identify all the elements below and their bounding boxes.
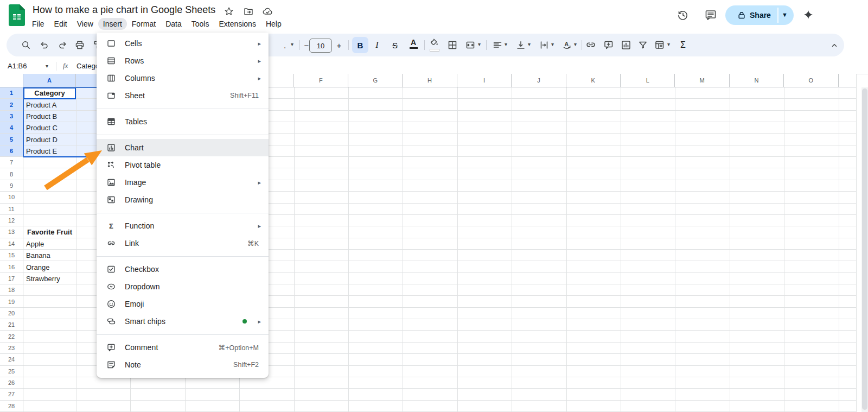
- row-header-1[interactable]: 1: [0, 87, 23, 99]
- share-dropdown-caret[interactable]: ▼: [782, 11, 788, 18]
- menu-item-drawing[interactable]: Drawing: [97, 191, 269, 208]
- cloud-saved-icon[interactable]: [262, 6, 273, 17]
- menu-item-columns[interactable]: Columns▸: [97, 69, 269, 87]
- cell-A13[interactable]: Favorite Fruit: [23, 226, 76, 238]
- strikethrough-button[interactable]: S: [389, 39, 401, 51]
- row-header-10[interactable]: 10: [0, 192, 23, 203]
- comments-icon[interactable]: [704, 8, 718, 22]
- collapse-toolbar-icon[interactable]: [829, 40, 840, 50]
- col-header-L[interactable]: L: [621, 74, 675, 87]
- cell-A15[interactable]: Banana: [23, 250, 76, 261]
- menu-item-sheet[interactable]: SheetShift+F11: [97, 87, 269, 104]
- vertical-scrollbar[interactable]: [861, 87, 868, 412]
- italic-button[interactable]: I: [371, 39, 383, 51]
- row-header-21[interactable]: 21: [0, 319, 23, 331]
- menu-format[interactable]: Format: [127, 18, 161, 30]
- cell-A16[interactable]: Orange: [23, 261, 76, 272]
- borders-icon[interactable]: [447, 40, 458, 50]
- row-header-22[interactable]: 22: [0, 331, 23, 342]
- cell-A1[interactable]: Category: [23, 87, 76, 99]
- create-filter-icon[interactable]: [637, 40, 648, 50]
- row-header-16[interactable]: 16: [0, 261, 23, 272]
- menu-extensions[interactable]: Extensions: [214, 18, 260, 30]
- row-header-27[interactable]: 27: [0, 389, 23, 400]
- menu-item-tables[interactable]: Tables: [97, 113, 269, 130]
- row-header-4[interactable]: 4: [0, 122, 23, 134]
- col-header-P[interactable]: P: [839, 74, 857, 87]
- text-wrap-caret[interactable]: ▾: [551, 41, 554, 47]
- cell-A6[interactable]: Product E: [23, 145, 76, 157]
- undo-icon[interactable]: [39, 40, 50, 50]
- row-header-9[interactable]: 9: [0, 180, 23, 192]
- row-header-5[interactable]: 5: [0, 134, 23, 145]
- menu-item-image[interactable]: Image▸: [97, 174, 269, 191]
- row-header-23[interactable]: 23: [0, 343, 23, 354]
- increase-font-size-button[interactable]: +: [333, 39, 345, 51]
- menu-item-cells[interactable]: Cells▸: [97, 35, 269, 52]
- cell-A5[interactable]: Product D: [23, 134, 76, 145]
- menu-tools[interactable]: Tools: [187, 18, 214, 30]
- select-all-corner[interactable]: [0, 74, 23, 87]
- col-header-K[interactable]: K: [566, 74, 621, 87]
- col-header-I[interactable]: I: [457, 74, 512, 87]
- row-header-14[interactable]: 14: [0, 238, 23, 250]
- merge-cells-icon[interactable]: [465, 40, 476, 50]
- font-size-input[interactable]: 10: [309, 39, 332, 53]
- share-button[interactable]: Share ▼: [725, 5, 794, 25]
- text-rotation-caret[interactable]: ▾: [574, 41, 577, 47]
- col-header-H[interactable]: H: [403, 74, 457, 87]
- menu-help[interactable]: Help: [261, 18, 286, 30]
- print-icon[interactable]: [74, 40, 85, 50]
- search-icon[interactable]: [21, 40, 31, 50]
- cell-A14[interactable]: Apple: [23, 238, 76, 250]
- account-avatar[interactable]: J: [825, 6, 843, 24]
- text-rotation-icon[interactable]: A: [561, 40, 572, 50]
- row-header-6[interactable]: 6: [0, 145, 23, 157]
- cell-A17[interactable]: Strawberry: [23, 273, 76, 284]
- functions-button[interactable]: Σ: [677, 39, 689, 51]
- row-header-7[interactable]: 7: [0, 157, 23, 168]
- menu-item-checkbox[interactable]: Checkbox: [97, 261, 269, 278]
- row-header-11[interactable]: 11: [0, 204, 23, 215]
- cell-A4[interactable]: Product C: [23, 122, 76, 134]
- name-box[interactable]: A1:B6: [8, 62, 27, 70]
- menu-view[interactable]: View: [72, 18, 98, 30]
- menu-item-comment[interactable]: Comment⌘+Option+M: [97, 339, 269, 356]
- menu-file[interactable]: File: [27, 18, 49, 30]
- move-folder-icon[interactable]: [243, 6, 254, 17]
- menu-item-smart-chips[interactable]: Smart chips▸: [97, 313, 269, 330]
- menu-item-pivot-table[interactable]: Pivot table: [97, 156, 269, 174]
- table-views-icon[interactable]: [654, 40, 665, 50]
- col-header-M[interactable]: M: [675, 74, 729, 87]
- row-header-24[interactable]: 24: [0, 354, 23, 365]
- menu-item-link[interactable]: Link⌘K: [97, 234, 269, 252]
- merge-cells-caret[interactable]: ▾: [478, 41, 481, 47]
- row-header-25[interactable]: 25: [0, 366, 23, 377]
- vertical-scrollbar-thumb[interactable]: [862, 88, 867, 410]
- col-header-F[interactable]: F: [294, 74, 348, 87]
- vertical-align-icon[interactable]: [515, 40, 526, 50]
- row-header-13[interactable]: 13: [0, 226, 23, 238]
- col-header-A[interactable]: A: [23, 74, 76, 87]
- insert-comment-icon[interactable]: [603, 40, 614, 50]
- menu-data[interactable]: Data: [161, 18, 187, 30]
- font-dropdown-caret[interactable]: ▾: [291, 41, 293, 47]
- menu-item-dropdown[interactable]: Dropdown: [97, 278, 269, 295]
- horizontal-align-caret[interactable]: ▾: [505, 41, 507, 47]
- row-header-12[interactable]: 12: [0, 215, 23, 226]
- fill-color-button[interactable]: [429, 37, 441, 53]
- row-header-8[interactable]: 8: [0, 168, 23, 180]
- col-header-O[interactable]: O: [784, 74, 838, 87]
- bold-button[interactable]: B: [352, 37, 368, 53]
- table-views-caret[interactable]: ▾: [667, 41, 670, 47]
- row-header-3[interactable]: 3: [0, 111, 23, 122]
- insert-chart-icon[interactable]: [621, 40, 631, 50]
- col-header-J[interactable]: J: [512, 74, 566, 87]
- row-header-20[interactable]: 20: [0, 308, 23, 319]
- menu-insert[interactable]: Insert: [98, 18, 127, 30]
- row-header-2[interactable]: 2: [0, 99, 23, 110]
- insert-link-icon[interactable]: [585, 40, 596, 50]
- cell-A3[interactable]: Product B: [23, 111, 76, 122]
- redo-icon[interactable]: [57, 40, 68, 50]
- row-header-17[interactable]: 17: [0, 273, 23, 284]
